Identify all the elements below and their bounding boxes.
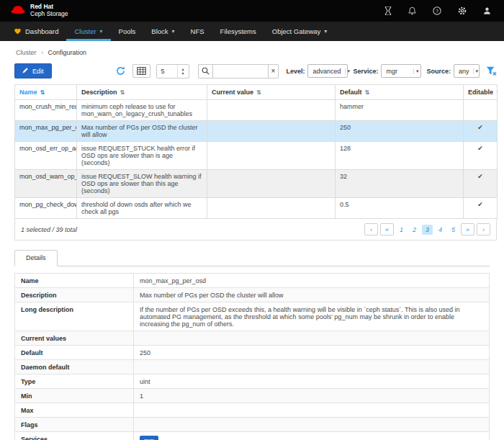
sort-icon: ⇅	[40, 89, 45, 96]
source-filter: Source: any▾	[426, 64, 480, 78]
chevron-down-icon: ▾	[100, 28, 103, 35]
table-toolbar: Edit ▴ ▾	[14, 63, 497, 78]
table-footer: 1 selected / 39 total ‹ « 1 2 3 4 5 » ›	[14, 219, 497, 241]
nav-item-filesystems[interactable]: Filesystems	[212, 22, 264, 41]
details-row-long-description: Long description If the number of PGs pe…	[15, 302, 490, 331]
source-select[interactable]: any▾	[454, 64, 480, 78]
table-row[interactable]: mon_crush_min_required_versi minimum cep…	[15, 100, 498, 121]
chevron-down-icon: ▾	[413, 68, 419, 74]
table-row[interactable]: mon_osd_warn_op_age issue REQUEST_SLOW h…	[15, 170, 498, 198]
level-select[interactable]: advanced▾	[307, 64, 348, 78]
details-row-name: Name mon_max_pg_per_osd	[15, 274, 490, 288]
edit-button[interactable]: Edit	[14, 63, 52, 78]
search-group: ×	[198, 64, 279, 78]
help-icon[interactable]: ?	[433, 6, 441, 15]
nav-item-nfs[interactable]: NFS	[183, 22, 212, 41]
tab-details[interactable]: Details	[14, 250, 58, 266]
details-table: Name mon_max_pg_per_osd Description Max …	[14, 273, 490, 440]
editable-check	[464, 100, 498, 121]
column-toggle-button[interactable]	[132, 64, 150, 78]
search-clear-button[interactable]: ×	[269, 64, 279, 78]
service-badge: mgr	[140, 436, 158, 440]
config-table-header-row: Name⇅ Description⇅ Current value⇅ Defaul…	[15, 85, 498, 100]
details-row-type: Type uint	[15, 374, 490, 389]
service-filter-label: Service:	[353, 68, 378, 75]
redhat-fedora-icon	[10, 4, 26, 18]
details-row-services: Services mgr	[15, 432, 490, 440]
page-size-input[interactable]	[157, 65, 177, 78]
nav-item-block[interactable]: Block ▾	[143, 22, 182, 41]
sort-icon: ⇅	[256, 89, 261, 96]
nav-item-cluster[interactable]: Cluster ▾	[66, 22, 110, 41]
chevron-down-icon: ▾	[473, 68, 479, 74]
table-row-selected[interactable]: mon_max_pg_per_osd Max number of PGs per…	[15, 121, 498, 142]
breadcrumb: Cluster › Configuration	[16, 49, 504, 56]
editable-check: ✔	[464, 142, 498, 170]
page-size-stepper[interactable]: ▴ ▾	[156, 64, 189, 78]
column-header-current-value[interactable]: Current value⇅	[207, 85, 336, 100]
clear-filters-icon[interactable]	[486, 66, 497, 76]
sort-icon: ⇅	[496, 89, 497, 96]
chevron-down-icon: ▾	[172, 28, 175, 35]
table-row[interactable]: mon_osd_err_op_age_ratio issue REQUEST_S…	[15, 142, 498, 170]
pager-page-3-current[interactable]: 3	[422, 225, 433, 235]
column-header-description[interactable]: Description⇅	[77, 85, 207, 100]
notifications-bell-icon[interactable]	[408, 6, 416, 15]
editable-check: ✔	[464, 170, 498, 198]
pager-page-4[interactable]: 4	[435, 225, 446, 235]
column-header-default[interactable]: Default⇅	[336, 85, 464, 100]
details-row-daemon-default: Daemon default	[15, 360, 490, 374]
search-input[interactable]	[212, 64, 269, 78]
details-row-description: Description Max number of PGs per OSD th…	[15, 288, 490, 302]
nav-item-pools[interactable]: Pools	[111, 22, 144, 41]
pager-prev-button[interactable]: ‹	[364, 223, 378, 235]
sort-icon: ⇅	[365, 89, 370, 96]
config-table-wrap: Name⇅ Description⇅ Current value⇅ Defaul…	[14, 84, 497, 241]
chevron-down-icon: ▾	[345, 68, 351, 74]
details-tab-strip: Details	[14, 250, 490, 266]
nav-item-object-gateway[interactable]: Object Gateway ▾	[264, 22, 336, 41]
pager-page-5[interactable]: 5	[448, 225, 459, 235]
search-icon	[198, 64, 212, 78]
details-row-max: Max	[15, 403, 490, 418]
level-filter: Level: advanced▾	[286, 64, 348, 78]
user-icon[interactable]	[483, 6, 491, 15]
primary-nav: Dashboard Cluster ▾ Pools Block ▾ NFS Fi…	[0, 22, 504, 41]
selection-status: 1 selected / 39 total	[21, 226, 77, 233]
brand-text: Red Hat Ceph Storage	[30, 4, 68, 18]
nav-item-dashboard[interactable]: Dashboard	[6, 22, 66, 41]
table-row[interactable]: mon_pg_check_down_all_thres threshold of…	[15, 198, 498, 219]
pager-page-2[interactable]: 2	[409, 225, 420, 235]
pagination: ‹ « 1 2 3 4 5 » ›	[364, 223, 490, 235]
details-row-current-values: Current values	[15, 331, 490, 346]
tasks-hourglass-icon[interactable]	[384, 6, 392, 15]
details-row-default: Default 250	[15, 346, 490, 360]
pencil-icon	[22, 67, 29, 75]
redhat-ceph-logo[interactable]: Red Hat Ceph Storage	[10, 4, 68, 18]
svg-text:?: ?	[436, 9, 438, 14]
stepper-down-icon[interactable]: ▾	[182, 71, 184, 76]
details-row-min: Min 1	[15, 389, 490, 403]
health-status-icon	[14, 27, 22, 36]
settings-gear-icon[interactable]	[458, 6, 467, 15]
chevron-down-icon: ▾	[324, 28, 327, 35]
source-filter-label: Source:	[426, 68, 451, 75]
column-header-editable[interactable]: Editable⇅	[464, 85, 498, 100]
column-header-name[interactable]: Name⇅	[15, 85, 77, 100]
pager-last-button[interactable]: »	[461, 223, 474, 235]
service-select[interactable]: mgr▾	[381, 64, 421, 78]
masthead: Red Hat Ceph Storage ?	[0, 0, 504, 22]
pager-next-button[interactable]: ›	[477, 223, 490, 235]
breadcrumb-separator: ›	[41, 49, 43, 56]
breadcrumb-cluster-link[interactable]: Cluster	[16, 49, 37, 56]
details-row-flags: Flags	[15, 418, 490, 432]
editable-check: ✔	[464, 198, 498, 219]
sort-icon: ⇅	[120, 89, 125, 96]
service-filter: Service: mgr▾	[353, 64, 421, 78]
editable-check: ✔	[464, 121, 498, 142]
config-table: Name⇅ Description⇅ Current value⇅ Defaul…	[14, 84, 498, 219]
breadcrumb-current: Configuration	[48, 49, 87, 56]
pager-page-1[interactable]: 1	[396, 225, 407, 235]
refresh-button[interactable]	[116, 66, 125, 76]
pager-first-button[interactable]: «	[380, 223, 394, 235]
